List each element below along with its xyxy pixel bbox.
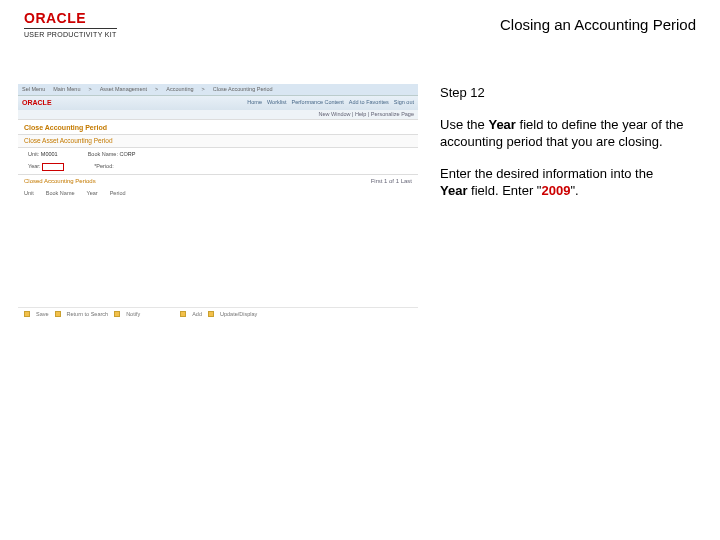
ss-row-unit: Unit: M0001 Book Name: CORP bbox=[18, 148, 418, 161]
th: Period bbox=[110, 190, 126, 197]
ss-breadcrumb: Sel Menu Main Menu > Asset Management > … bbox=[18, 84, 418, 96]
ss-links: Home Worklist Performance Content Add to… bbox=[247, 99, 414, 106]
crumb: Main Menu bbox=[53, 86, 80, 93]
upk-label: USER PRODUCTIVITY KIT bbox=[24, 28, 117, 38]
year-label: Year: bbox=[28, 164, 41, 170]
oracle-logo: ORACLE bbox=[24, 10, 90, 26]
unit-label: Unit: bbox=[28, 151, 39, 157]
footer-btn: Update/Display bbox=[220, 311, 257, 318]
header: ORACLE USER PRODUCTIVITY KIT Closing an … bbox=[0, 0, 720, 44]
crumb: Close Accounting Period bbox=[213, 86, 273, 93]
unit-value: M0001 bbox=[41, 151, 58, 157]
footer-btn: Notify bbox=[126, 311, 140, 318]
instruction-paragraph-2: Enter the desired information into the Y… bbox=[440, 165, 684, 200]
save-icon bbox=[24, 311, 30, 317]
ss-footer: Save Return to Search Notify Add Update/… bbox=[18, 307, 418, 321]
ss-table-head: Unit Book Name Year Period bbox=[18, 189, 418, 198]
ss-link: Worklist bbox=[267, 99, 286, 106]
return-icon bbox=[55, 311, 61, 317]
ss-logo: ORACLE bbox=[22, 99, 52, 107]
year-input-highlight[interactable] bbox=[42, 163, 64, 171]
crumb: Sel Menu bbox=[22, 86, 45, 93]
notify-icon bbox=[114, 311, 120, 317]
ss-link: Sign out bbox=[394, 99, 414, 106]
add-icon bbox=[180, 311, 186, 317]
step-label: Step 12 bbox=[440, 84, 684, 102]
app-screenshot: Sel Menu Main Menu > Asset Management > … bbox=[18, 84, 418, 321]
ss-row-year: Year: *Period: bbox=[18, 160, 418, 174]
ss-topbar: ORACLE Home Worklist Performance Content… bbox=[18, 96, 418, 110]
pager: First 1 of 1 Last bbox=[371, 178, 412, 185]
ss-heading-3: Closed Accounting Periods First 1 of 1 L… bbox=[18, 174, 418, 188]
book-label: Book Name: bbox=[88, 151, 118, 157]
ss-heading-1: Close Accounting Period bbox=[18, 120, 418, 134]
ss-link: Add to Favorites bbox=[349, 99, 389, 106]
period-label: *Period: bbox=[94, 163, 114, 169]
th: Unit bbox=[24, 190, 34, 197]
ss-link: Home bbox=[247, 99, 262, 106]
page-title: Closing an Accounting Period bbox=[500, 16, 696, 33]
th: Year bbox=[87, 190, 98, 197]
main: Sel Menu Main Menu > Asset Management > … bbox=[0, 44, 720, 321]
update-icon bbox=[208, 311, 214, 317]
instructions: Step 12 Use the Year field to define the… bbox=[440, 84, 702, 321]
ss-subbar: New Window | Help | Personalize Page bbox=[18, 110, 418, 120]
ss-heading-2: Close Asset Accounting Period bbox=[18, 134, 418, 148]
crumb: Asset Management bbox=[100, 86, 147, 93]
footer-btn: Save bbox=[36, 311, 49, 318]
ss-link: Performance Content bbox=[291, 99, 343, 106]
book-value: CORP bbox=[119, 151, 135, 157]
footer-btn: Add bbox=[192, 311, 202, 318]
footer-btn: Return to Search bbox=[67, 311, 109, 318]
instruction-paragraph-1: Use the Year field to define the year of… bbox=[440, 116, 684, 151]
crumb: Accounting bbox=[166, 86, 193, 93]
th: Book Name bbox=[46, 190, 75, 197]
logo-block: ORACLE USER PRODUCTIVITY KIT bbox=[24, 10, 117, 38]
